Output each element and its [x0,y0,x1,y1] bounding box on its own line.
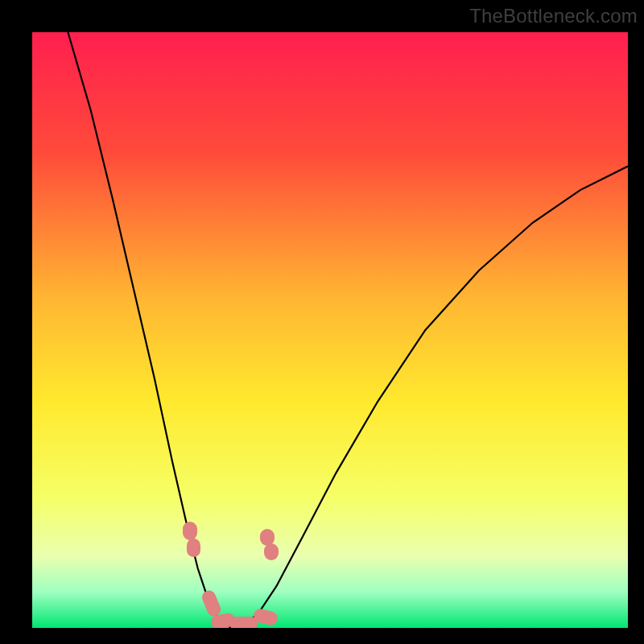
curve-right-branch [241,167,628,629]
data-marker [264,543,279,560]
attribution-watermark: TheBottleneck.com [469,5,638,27]
plot-area [32,32,628,628]
curve-layer [32,32,628,628]
data-marker [187,539,201,557]
curve-left-branch [68,32,232,628]
data-marker [183,522,197,540]
chart-frame: TheBottleneck.com [0,0,644,644]
